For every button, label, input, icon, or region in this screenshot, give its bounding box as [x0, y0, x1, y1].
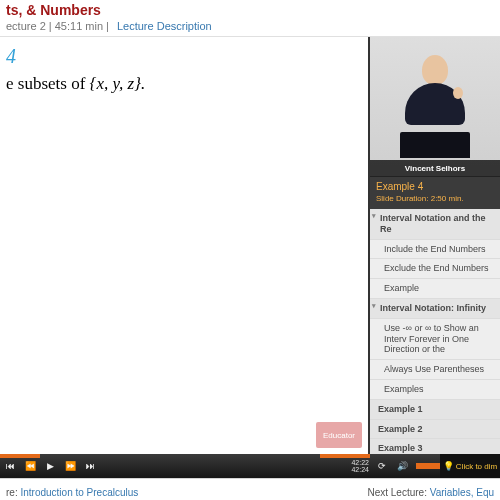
outline-item[interactable]: Use -∞ or ∞ to Show an Interv Forever in…: [370, 319, 500, 360]
next-lecture-link[interactable]: Variables, Equ: [430, 487, 494, 498]
outline-item[interactable]: Exclude the End Numbers: [370, 259, 500, 279]
main-area: 4 e subsets of {x, y, z}. Educator Vince…: [0, 36, 500, 454]
outline-example[interactable]: Example 1: [370, 400, 500, 420]
outline-item[interactable]: Example: [370, 279, 500, 299]
example-number: 4: [6, 45, 362, 68]
outline-example[interactable]: Example 2: [370, 420, 500, 440]
instructor-figure: [405, 55, 465, 125]
educator-watermark: Educator: [316, 422, 362, 448]
outline-item[interactable]: Always Use Parentheses: [370, 360, 500, 380]
outline-item[interactable]: Examples: [370, 380, 500, 400]
player-controls: ⏮ ⏪ ▶ ⏩ ⏭ 42:22 42:24 ⟳ 🔊 ⚙ ⛶ Click to d…: [0, 454, 500, 478]
slide-meta-title: Example 4: [376, 181, 494, 192]
lecture-description-link[interactable]: Lecture Description: [117, 20, 212, 32]
slide-meta-duration: Slide Duration: 2:50 min.: [376, 194, 494, 203]
next-button[interactable]: ⏭: [82, 458, 98, 474]
progress-segment: [320, 454, 370, 458]
prev-lecture-link[interactable]: Introduction to Precalculus: [20, 487, 138, 498]
slide-pane: 4 e subsets of {x, y, z}. Educator: [0, 37, 370, 454]
outline-section[interactable]: Interval Notation: Infinity: [370, 299, 500, 319]
lecture-subhead: ecture 2 | 45:11 min |Lecture Descriptio…: [0, 20, 500, 32]
loop-button[interactable]: ⟳: [374, 458, 390, 474]
outline-section[interactable]: Interval Notation and the Re: [370, 209, 500, 240]
lecture-meta: ecture 2 | 45:11 min: [6, 20, 103, 32]
progress-segment: [0, 454, 40, 458]
dim-toggle[interactable]: Click to dim: [440, 454, 500, 478]
outline-item[interactable]: Include the End Numbers: [370, 240, 500, 260]
prev-button[interactable]: ⏮: [2, 458, 18, 474]
rewind-button[interactable]: ⏪: [22, 458, 38, 474]
footer-nav: re: Introduction to Precalculus Next Lec…: [0, 478, 500, 500]
play-button[interactable]: ▶: [42, 458, 58, 474]
course-title: ts, & Numbers: [0, 2, 500, 18]
forward-button[interactable]: ⏩: [62, 458, 78, 474]
laptop-icon: [400, 132, 470, 158]
slide-meta: Example 4 Slide Duration: 2:50 min.: [370, 177, 500, 209]
time-display: 42:22 42:24: [351, 459, 369, 473]
example-prompt: e subsets of {x, y, z}.: [6, 74, 362, 94]
lecture-outline[interactable]: Interval Notation and the ReInclude the …: [370, 209, 500, 454]
instructor-name: Vincent Selhors: [370, 160, 500, 176]
page-header: ts, & Numbers ecture 2 | 45:11 min |Lect…: [0, 0, 500, 32]
sidebar: Vincent Selhors Example 4 Slide Duration…: [370, 37, 500, 454]
video-thumbnail[interactable]: Vincent Selhors: [370, 37, 500, 177]
outline-example[interactable]: Example 3: [370, 439, 500, 454]
prev-lecture: re: Introduction to Precalculus: [6, 487, 138, 498]
next-lecture: Next Lecture: Variables, Equ: [367, 487, 494, 498]
mute-button[interactable]: 🔊: [394, 458, 410, 474]
